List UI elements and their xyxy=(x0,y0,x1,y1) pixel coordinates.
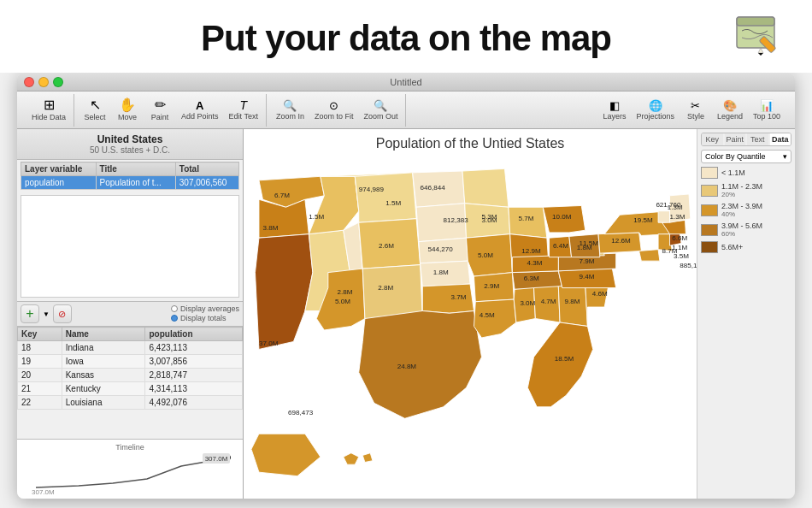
table-row[interactable]: 21 Kentucky 4,314,113 xyxy=(18,382,243,396)
legend-color-dropdown[interactable]: Color By Quantile ▾ xyxy=(701,150,791,163)
label-mo: 5.0M xyxy=(478,251,493,259)
us-map[interactable]: 6.7M 3.8M 1.5M 974,989 646,844 812,383 5… xyxy=(244,155,697,490)
legend-percent: 20% xyxy=(721,191,791,198)
table-row[interactable]: 22 Louisiana 4,492,076 xyxy=(18,396,243,410)
state-wyoming xyxy=(355,173,416,222)
layer-table: Layer variable Title Total population Po… xyxy=(21,162,239,190)
table-row[interactable]: 18 Indiana 6,423,113 xyxy=(18,341,243,355)
state-minnesota xyxy=(462,168,509,207)
minimize-button[interactable] xyxy=(38,77,49,87)
label-az: 5.0M xyxy=(335,298,350,305)
edit-text-button[interactable]: T Edit Text xyxy=(225,97,262,122)
timeline-title: Timeline xyxy=(21,443,239,452)
display-averages-option[interactable]: Display averages xyxy=(171,304,239,313)
legend-tab-data[interactable]: Data xyxy=(770,133,791,145)
data-table-container: Key Name population 18 Indiana 6,423,113… xyxy=(17,326,243,439)
toolbar-group-tools: ↖ Select ✋ Move ✏ Paint A Add Points T E… xyxy=(76,94,267,127)
svg-rect-5 xyxy=(27,453,232,496)
panel-title: United States xyxy=(24,133,236,145)
close-button[interactable] xyxy=(24,77,34,87)
svg-marker-3 xyxy=(758,48,763,53)
map-title: Population of the Untied States xyxy=(244,129,697,155)
toolbar-group-zoom: 🔍 Zoom In ⊙ Zoom to Fit 🔍 Zoom Out xyxy=(268,94,407,127)
label-nh: 1.3M xyxy=(670,213,685,221)
label-mt: 974,989 xyxy=(359,186,385,193)
label-al: 4.7M xyxy=(541,298,556,305)
top100-button[interactable]: 📊 Top 100 xyxy=(749,98,785,122)
projections-icon: 🌐 xyxy=(649,100,662,111)
paint-button[interactable]: ✏ Paint xyxy=(144,97,175,123)
layer-options: Display averages Display totals xyxy=(171,304,239,323)
legend-tab-paint[interactable]: Paint xyxy=(725,133,746,145)
add-layer-button[interactable]: + xyxy=(21,304,39,323)
svg-rect-1 xyxy=(737,17,774,26)
toolbar: ⊞ Hide Data ↖ Select ✋ Move ✏ Paint A Ad… xyxy=(17,92,795,129)
row-name: Kansas xyxy=(62,369,145,382)
label-wa: 6.7M xyxy=(274,192,290,199)
select-button[interactable]: ↖ Select xyxy=(79,97,110,123)
label-nm: 2.8M xyxy=(378,284,393,292)
top100-icon: 📊 xyxy=(760,100,774,111)
zoom-out-button[interactable]: 🔍 Zoom Out xyxy=(359,98,402,122)
row-key: 19 xyxy=(18,355,62,369)
hide-data-label: Hide Data xyxy=(32,113,66,121)
style-button[interactable]: ✂ Style xyxy=(680,98,711,122)
layer-variable: population xyxy=(21,176,97,190)
state-texas xyxy=(359,311,482,419)
legend-item: < 1.1M xyxy=(701,167,791,179)
label-tn: 6.3M xyxy=(524,275,539,282)
row-name: Kentucky xyxy=(62,382,145,396)
toolbar-group-right: ◧ Layers 🌐 Projections ✂ Style 🎨 Legend … xyxy=(595,94,788,127)
state-alaska xyxy=(251,434,321,476)
legend-tab-text[interactable]: Text xyxy=(747,133,768,145)
left-panel: United States 50 U.S. states + D.C. Laye… xyxy=(17,129,244,499)
state-georgia xyxy=(558,285,587,327)
projections-button[interactable]: 🌐 Projections xyxy=(632,98,679,122)
layers-button[interactable]: ◧ Layers xyxy=(598,98,630,122)
table-row[interactable]: 19 Iowa 3,007,856 xyxy=(18,355,243,369)
select-icon: ↖ xyxy=(90,98,101,112)
averages-radio[interactable] xyxy=(171,305,178,312)
row-pop: 4,314,113 xyxy=(145,382,243,396)
totals-label: Display totals xyxy=(180,314,227,322)
app-icon xyxy=(735,10,786,62)
legend-button[interactable]: 🎨 Legend xyxy=(713,98,747,122)
data-table: Key Name population 18 Indiana 6,423,113… xyxy=(17,327,243,410)
totals-radio[interactable] xyxy=(171,315,178,322)
maximize-button[interactable] xyxy=(53,77,63,87)
layer-col-title: Title xyxy=(96,162,175,176)
window-title: Untitled xyxy=(390,77,421,87)
legend-tab-key[interactable]: Key xyxy=(702,133,723,145)
layer-total: 307,006,560 xyxy=(175,176,238,190)
row-key: 21 xyxy=(18,382,62,396)
zoom-in-button[interactable]: 🔍 Zoom In xyxy=(272,98,309,122)
move-button[interactable]: ✋ Move xyxy=(112,97,143,123)
layer-row[interactable]: population Population of t... 307,006,56… xyxy=(21,176,239,190)
zoom-in-label: Zoom In xyxy=(276,112,304,121)
zoom-out-label: Zoom Out xyxy=(363,112,397,121)
label-va: 7.9M xyxy=(580,257,595,265)
move-icon: ✋ xyxy=(119,98,136,112)
label-ms: 3.0M xyxy=(520,299,535,307)
label-wi: 5.7M xyxy=(519,215,534,222)
table-row[interactable]: 20 Kansas 2,818,747 xyxy=(18,369,243,382)
state-hawaii xyxy=(344,453,359,464)
add-points-label: Add Points xyxy=(181,112,219,121)
display-totals-option[interactable]: Display totals xyxy=(171,314,239,322)
legend-item: 5.6M+ xyxy=(701,241,791,253)
style-label: Style xyxy=(687,112,704,121)
zoom-fit-button[interactable]: ⊙ Zoom to Fit xyxy=(310,98,358,122)
add-layer-dropdown[interactable]: ▼ xyxy=(43,310,50,318)
legend-color-label: Color By Quantile xyxy=(705,152,766,161)
add-points-button[interactable]: A Add Points xyxy=(177,98,223,122)
dropdown-chevron: ▾ xyxy=(783,152,787,161)
panel-header: United States 50 U.S. states + D.C. xyxy=(17,129,243,160)
remove-layer-button[interactable]: ⊘ xyxy=(53,304,72,323)
label-ca: 37.0M xyxy=(259,340,279,347)
label-nj: 8.7M xyxy=(662,247,678,255)
svg-marker-4 xyxy=(758,53,763,56)
add-points-icon: A xyxy=(196,100,203,111)
hide-data-button[interactable]: ⊞ Hide Data xyxy=(27,97,70,123)
label-ut: 2.8M xyxy=(338,288,353,296)
label-ma: 6.6M xyxy=(672,234,687,242)
